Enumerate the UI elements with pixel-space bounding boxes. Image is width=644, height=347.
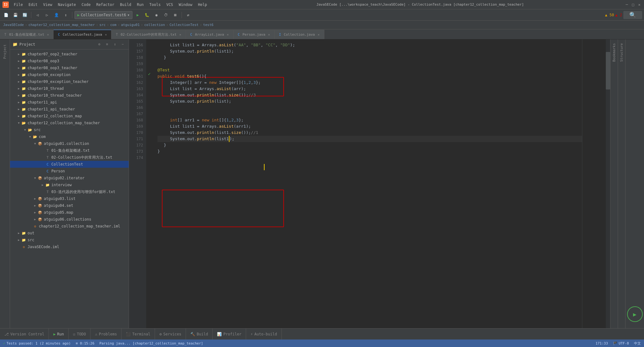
tab-close-txt2[interactable]: ✕ <box>178 33 183 37</box>
tab-close-person[interactable]: ✕ <box>267 33 271 37</box>
tab-close-arraylist[interactable]: ✕ <box>226 33 230 37</box>
forward-button[interactable]: ▷ <box>43 11 51 19</box>
breadcrumb-root[interactable]: JavaSECode <box>3 23 24 27</box>
save-button[interactable]: 💾 <box>11 11 19 19</box>
tree-item-src-root[interactable]: ▶ 📁 src <box>10 237 129 243</box>
bookmarks-label[interactable]: Bookmarks <box>611 41 617 64</box>
tree-item-list[interactable]: ▶ 📦 atguigu03.list <box>10 195 129 202</box>
panel-layout-button[interactable]: ≡ <box>104 41 111 48</box>
tab-collection-test[interactable]: C CollectionTest.java ✕ <box>54 30 111 39</box>
tree-item-chapter09t[interactable]: ▶ 📁 chapter09_exception_teacher <box>10 78 129 85</box>
tree-item-chapter09[interactable]: ▶ 📁 chapter09_exception <box>10 71 129 78</box>
run-button[interactable]: ▶ <box>134 11 142 19</box>
menu-edit[interactable]: Edit <box>26 2 40 8</box>
tree-item-collections[interactable]: ▶ 📦 atguigu06.collections <box>10 216 129 223</box>
tree-item-interview[interactable]: ▶ 📁 interview <box>10 181 129 188</box>
tree-item-root-iml[interactable]: ⚙ JavaSECode.iml <box>10 243 129 250</box>
tree-item-chapter11[interactable]: ▶ 📁 chapter11_api <box>10 99 129 106</box>
panel-settings-button[interactable]: ⚙ <box>96 41 103 48</box>
tree-item-map[interactable]: ▶ 📦 atguigu05.map <box>10 209 129 216</box>
breadcrumb-class[interactable]: CollectionTest <box>170 23 199 27</box>
tree-item-chapter08[interactable]: ▶ 📁 chapter08_oop3 <box>10 58 129 64</box>
panel-sort-button[interactable]: ↕ <box>111 41 118 48</box>
bottom-tab-profiler[interactable]: 📊 Profiler <box>213 329 246 340</box>
bottom-tab-build[interactable]: 🔨 Build <box>186 329 213 340</box>
project-panel-label[interactable]: Project <box>2 42 8 61</box>
bottom-tab-problems[interactable]: ⚠ Problems <box>90 329 121 340</box>
editor-area[interactable]: 156 157 158 159 160 161 ↺ 162 163 164 16… <box>129 39 644 328</box>
run-fab-button[interactable]: ▶ <box>627 306 643 322</box>
refresh-button[interactable]: 🔄 <box>21 11 29 19</box>
structure-label[interactable]: Structure <box>618 41 625 64</box>
tab-txt1[interactable]: T 01-集合框架概述.txt ✕ <box>0 30 54 39</box>
tree-item-package1[interactable]: ▼ 📦 atguigu01.collection <box>10 140 129 147</box>
menu-file[interactable]: File <box>11 2 25 8</box>
minimize-button[interactable]: ─ <box>625 3 629 7</box>
bottom-tab-services[interactable]: ⚙ Services <box>155 329 186 340</box>
stop-button[interactable]: ⏹ <box>171 11 179 19</box>
breadcrumb-method[interactable]: test6 <box>203 23 214 27</box>
new-file-button[interactable]: 📄 <box>2 11 10 19</box>
tree-item-chapter12[interactable]: ▶ 📁 chapter12_collection_map <box>10 113 129 120</box>
menu-view[interactable]: View <box>41 2 55 8</box>
code-content[interactable]: List list1 = Arrays . asList ( "AA" , "B… <box>152 39 582 328</box>
profile-button[interactable]: ⏱ <box>162 11 170 19</box>
translate-button[interactable]: ⇄ <box>184 11 192 19</box>
tree-item-set[interactable]: ▶ 📦 atguigu04.set <box>10 202 129 209</box>
run-config-selector[interactable]: ▶ CollectionTest.test6 ▾ <box>75 11 132 19</box>
menu-navigate[interactable]: Navigate <box>55 2 79 8</box>
tree-item-chapter10[interactable]: ▶ 📁 chapter10_thread <box>10 85 129 92</box>
panel-collapse-button[interactable]: − <box>119 41 126 48</box>
maximize-button[interactable]: □ <box>631 3 635 7</box>
minimap-thumb[interactable] <box>606 52 610 89</box>
navigate-button[interactable]: ↕ <box>62 11 70 19</box>
recent-button[interactable]: 👤 <box>52 11 60 19</box>
tree-item-com[interactable]: ▼ 📂 com <box>10 133 129 140</box>
close-button[interactable]: ✕ <box>637 3 641 7</box>
breadcrumb-package[interactable]: atguigu01 <box>121 23 140 27</box>
breadcrumb-subpackage[interactable]: collection <box>144 23 165 27</box>
tab-arraylist[interactable]: C ArrayList.java ✕ <box>186 30 234 39</box>
tree-item-file2[interactable]: T 02-Collection中的常用方法.txt <box>10 154 129 161</box>
back-button[interactable]: ◁ <box>33 11 42 19</box>
menu-run[interactable]: Run <box>134 2 146 8</box>
tab-txt2[interactable]: T 02-Collection中的常用方法.txt ✕ <box>111 30 186 39</box>
bottom-tab-todo[interactable]: ☑ TODO <box>69 329 90 340</box>
menu-tools[interactable]: Tools <box>147 2 163 8</box>
tree-item-file1[interactable]: T 01-集合框架概述.txt <box>10 147 129 154</box>
tree-item-src[interactable]: ▼ 📂 src <box>10 126 129 133</box>
search-button[interactable]: 🔍 <box>623 11 642 19</box>
bottom-tab-terminal[interactable]: ⬛ Terminal <box>121 329 155 340</box>
tree-item-collection-test[interactable]: C CollectionTest <box>10 161 129 168</box>
tree-item-chapter12t[interactable]: ▼ 📂 chapter12_collection_map_teacher <box>10 120 129 126</box>
tab-person[interactable]: C Person.java ✕ <box>234 30 275 39</box>
menu-vcs[interactable]: VCS <box>164 2 176 8</box>
tab-collection[interactable]: I Collection.java ✕ <box>275 30 324 39</box>
menu-code[interactable]: Code <box>79 2 93 8</box>
tree-item-out[interactable]: ▶ 📁 out <box>10 230 129 237</box>
tree-item-chapter11t[interactable]: ▶ 📁 chapter11_api_teacher <box>10 106 129 113</box>
tree-item-person[interactable]: C Person <box>10 168 129 175</box>
tree-item-iml[interactable]: ⚙ chapter12_collection_map_teacher.iml <box>10 223 129 230</box>
bottom-tab-vcs[interactable]: ⎇ Version Control <box>0 329 49 340</box>
menu-refactor[interactable]: Refactor <box>94 2 117 8</box>
tree-item-chapter08t[interactable]: ▶ 📁 chapter08_oop3_teacher <box>10 64 129 71</box>
bottom-tab-run[interactable]: ▶ Run <box>49 329 69 340</box>
breadcrumb-src[interactable]: src <box>99 23 106 27</box>
debug-button[interactable]: 🐛 <box>143 11 151 19</box>
menu-build[interactable]: Build <box>117 2 134 8</box>
breadcrumb-com[interactable]: com <box>110 23 116 27</box>
tab-close-collection-test[interactable]: ✕ <box>104 33 108 37</box>
menu-help[interactable]: Help <box>195 2 209 8</box>
tab-close-collection[interactable]: ✕ <box>317 33 321 37</box>
tree-item-file3[interactable]: T 03-迭代器的使用与增强for循环.txt <box>10 188 129 195</box>
tree-item-chapter07[interactable]: ▶ 📁 chapter07_oop2_teacher <box>10 51 129 58</box>
coverage-button[interactable]: ◉ <box>152 11 161 19</box>
tree-item-iterator[interactable]: ▼ 📦 atguigu02.iterator <box>10 175 129 181</box>
panel-tools: ⚙ ≡ ↕ − <box>96 41 126 48</box>
bottom-tab-autobuild[interactable]: ⚡ Auto-build <box>246 329 281 340</box>
breadcrumb-module[interactable]: chapter12_collection_map_teacher <box>28 23 95 27</box>
tab-close-txt1[interactable]: ✕ <box>46 33 50 37</box>
menu-window[interactable]: Window <box>176 2 195 8</box>
tree-item-chapter10t[interactable]: ▶ 📁 chapter10_thread_teacher <box>10 92 129 99</box>
